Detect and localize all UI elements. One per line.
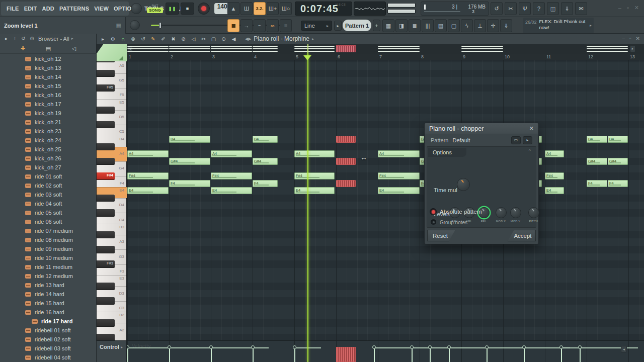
- velocity-handle[interactable]: [372, 345, 376, 349]
- browser-title[interactable]: Browser - All: [38, 36, 69, 42]
- reset-button[interactable]: Reset: [427, 230, 455, 241]
- midi-note[interactable]: A4: [211, 150, 252, 157]
- wrench-icon[interactable]: ⚙: [109, 34, 117, 43]
- close-icon[interactable]: ✕: [634, 5, 639, 11]
- velocity-stem[interactable]: [412, 348, 413, 362]
- browser-item[interactable]: ridebell 01 soft: [0, 326, 97, 335]
- plus-tab-icon[interactable]: ✚: [18, 44, 27, 53]
- browser-item[interactable]: ride 04 soft: [0, 199, 97, 208]
- piano-key-black[interactable]: [97, 297, 115, 305]
- midi-note[interactable]: F4: [587, 180, 607, 187]
- velocity-handle[interactable]: [559, 345, 563, 349]
- velocity-stem[interactable]: [374, 348, 375, 362]
- control-lane[interactable]: [97, 341, 644, 362]
- piano-key-black[interactable]: [97, 195, 115, 202]
- midi-note[interactable]: A4: [545, 150, 564, 157]
- chat-icon[interactable]: ✉: [575, 2, 587, 15]
- touch-icon[interactable]: ✛: [487, 19, 499, 32]
- draw-grid-icon[interactable]: ▦: [227, 19, 239, 32]
- velocity-stem[interactable]: [580, 348, 581, 362]
- master-pitch-slider[interactable]: [387, 9, 416, 14]
- cpu-panel[interactable]: 3 | 176 MB 3: [421, 2, 489, 16]
- piano-key-black[interactable]: [97, 121, 115, 129]
- browser-item[interactable]: kick_oh 21: [0, 118, 97, 127]
- midi-note[interactable]: A4: [378, 150, 420, 157]
- glue-icon[interactable]: ∞: [267, 19, 279, 32]
- browser-item[interactable]: ride 12 medium: [0, 272, 97, 281]
- corner-handle-icon[interactable]: [119, 56, 123, 60]
- browser-item[interactable]: kick_oh 24: [0, 136, 97, 145]
- piano-key-black[interactable]: [97, 246, 115, 253]
- select-icon[interactable]: ▢: [209, 34, 218, 43]
- browser-item[interactable]: ridebell 03 soft: [0, 344, 97, 353]
- download-icon[interactable]: ⇓: [500, 19, 512, 32]
- pat-label[interactable]: PAT: [152, 4, 158, 8]
- browser-item[interactable]: kick_oh 23: [0, 127, 97, 136]
- browser-item[interactable]: kick_oh 16: [0, 90, 97, 100]
- collapse-icon[interactable]: ▸: [2, 34, 11, 43]
- close-icon[interactable]: ✕: [529, 125, 534, 132]
- playhead-marker[interactable]: [303, 55, 311, 60]
- knob[interactable]: [528, 207, 539, 218]
- overdub-icon[interactable]: Ш+: [267, 2, 279, 15]
- midi-note[interactable]: F#4: [378, 172, 420, 179]
- chopped-note[interactable]: [336, 158, 356, 165]
- browser-item[interactable]: ride 05 soft: [0, 208, 97, 217]
- oscilloscope[interactable]: [354, 2, 386, 16]
- group-notes-label[interactable]: Group notes: [440, 220, 467, 225]
- browser-item[interactable]: ride 13 hard: [0, 281, 97, 290]
- main-volume-knob[interactable]: [131, 3, 142, 14]
- browser-item[interactable]: ride 15 hard: [0, 299, 97, 308]
- piano-key-black[interactable]: [97, 319, 115, 327]
- piano-key-black[interactable]: [97, 283, 115, 290]
- playlist-icon[interactable]: ▦: [382, 19, 394, 32]
- velocity-stem[interactable]: [524, 348, 525, 362]
- close-icon[interactable]: ✕: [636, 36, 640, 41]
- metronome-icon[interactable]: ▲: [227, 2, 239, 15]
- play-button[interactable]: ❚❚: [166, 3, 179, 15]
- velocity-stem[interactable]: [449, 348, 450, 362]
- chevron-right-icon[interactable]: ▸: [590, 23, 592, 28]
- pattern-value[interactable]: Default: [452, 137, 509, 143]
- control-header[interactable]: Control ▸: [97, 341, 127, 362]
- mixer-icon[interactable]: |||: [422, 19, 434, 32]
- song-label[interactable]: SONG: [147, 8, 163, 13]
- midi-note[interactable]: E4: [127, 187, 169, 194]
- menu-view[interactable]: VIEW: [92, 6, 111, 12]
- midi-note[interactable]: A4: [127, 150, 169, 157]
- note-grid[interactable]: A4F#4E4B4G#4F4A4F#4E4B4G#4F4A4F#4E4A4F#4…: [97, 60, 644, 340]
- browser-item[interactable]: kick_oh 15: [0, 81, 97, 90]
- piano-key-black[interactable]: F#3: [97, 260, 115, 268]
- browser-item[interactable]: ride 07 medium: [0, 226, 97, 235]
- browser-item[interactable]: ride 14 hard: [0, 290, 97, 299]
- folder-icon[interactable]: ▭: [511, 136, 521, 144]
- news-panel[interactable]: 26/02 FLEX: Drift Phonk outnow! ▸: [523, 18, 594, 33]
- piano-key-black[interactable]: [97, 70, 115, 77]
- brush-icon[interactable]: ✐: [159, 34, 168, 43]
- velocity-handle[interactable]: [578, 345, 582, 349]
- undo-icon[interactable]: ↺: [139, 34, 147, 43]
- slice-icon[interactable]: ✂: [199, 34, 208, 43]
- browser-item[interactable]: ride 06 soft: [0, 217, 97, 226]
- browser-item[interactable]: kick_oh 27: [0, 163, 97, 172]
- menu-file[interactable]: FILE: [4, 6, 22, 12]
- mute-icon[interactable]: ⊘: [179, 34, 188, 43]
- browser-item[interactable]: kick_oh 12: [0, 54, 97, 63]
- piano-key-black[interactable]: [97, 231, 115, 239]
- piano-key-black[interactable]: F#4: [97, 172, 115, 180]
- master-volume-slider[interactable]: [387, 3, 416, 8]
- save-as-icon[interactable]: ⇓: [561, 2, 573, 15]
- minimize-icon[interactable]: –: [618, 5, 621, 11]
- piano-roll-title-group[interactable]: ◀▶ Piano roll - Morphine ▸: [245, 35, 314, 42]
- piano-key-black[interactable]: [97, 143, 115, 151]
- midi-note[interactable]: E4: [294, 187, 335, 194]
- midi-note[interactable]: E4: [545, 187, 564, 194]
- midi-note[interactable]: G#4: [253, 158, 278, 165]
- browser-item[interactable]: ride 02 soft: [0, 181, 97, 190]
- plugin-icon[interactable]: ϟ: [461, 19, 473, 32]
- piano-key-black[interactable]: [97, 158, 115, 165]
- chopped-note[interactable]: [336, 180, 356, 187]
- snap-selector[interactable]: Line ▸: [301, 21, 332, 31]
- menu-patterns[interactable]: PATTERNS: [57, 6, 92, 12]
- restore-icon[interactable]: ▫: [629, 36, 631, 41]
